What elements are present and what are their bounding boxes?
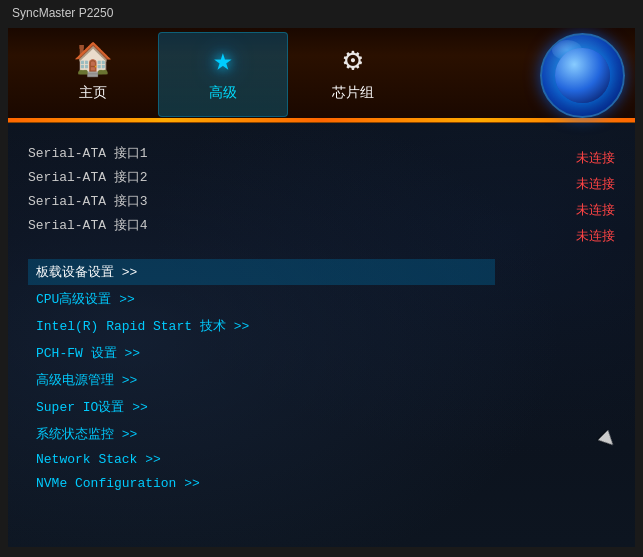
status-sata-1: 未连接 [576,146,615,170]
monitor-label: SyncMaster P2250 [12,6,113,20]
menu-item-nvme[interactable]: NVMe Configuration >> [28,472,495,495]
menu-item-network-stack[interactable]: Network Stack >> [28,448,495,471]
menu-item-onboard[interactable]: 板载设备设置 >> [28,259,495,285]
sata-item-2: Serial-ATA 接口2 [28,165,495,189]
gear-icon: ⚙ [343,46,362,78]
content-area: Serial-ATA 接口1 Serial-ATA 接口2 Serial-ATA… [8,126,635,547]
orb-inner [555,48,610,103]
menu-item-rapid-start[interactable]: Intel(R) Rapid Start 技术 >> [28,313,495,339]
status-sata-3: 未连接 [576,198,615,222]
tab-chipset[interactable]: ⚙ 芯片组 [288,32,418,117]
menu-item-super-io[interactable]: Super IO设置 >> [28,394,495,420]
sata-list: Serial-ATA 接口1 Serial-ATA 接口2 Serial-ATA… [28,141,495,237]
nav-orb [540,33,625,118]
menu-item-system-monitor[interactable]: 系统状态监控 >> [28,421,495,447]
tab-home-label: 主页 [79,84,107,102]
left-panel: Serial-ATA 接口1 Serial-ATA 接口2 Serial-ATA… [28,141,495,532]
tab-home[interactable]: 🏠 主页 [28,32,158,117]
sata-item-1: Serial-ATA 接口1 [28,141,495,165]
menu-list: 板载设备设置 >> CPU高级设置 >> Intel(R) Rapid Star… [28,259,495,495]
sata-item-3: Serial-ATA 接口3 [28,189,495,213]
menu-item-pch-fw[interactable]: PCH-FW 设置 >> [28,340,495,366]
star-icon: ★ [213,46,232,78]
monitor-frame: SyncMaster P2250 🏠 主页 ★ 高级 ⚙ 芯片组 [0,0,643,557]
menu-item-power[interactable]: 高级电源管理 >> [28,367,495,393]
screen: 🏠 主页 ★ 高级 ⚙ 芯片组 [8,28,635,547]
sata-item-4: Serial-ATA 接口4 [28,213,495,237]
status-sata-4: 未连接 [576,224,615,248]
sata-label-2: Serial-ATA 接口2 [28,168,148,186]
tab-chipset-label: 芯片组 [332,84,374,102]
sata-label-1: Serial-ATA 接口1 [28,144,148,162]
sata-label-4: Serial-ATA 接口4 [28,216,148,234]
right-panel: 未连接 未连接 未连接 未连接 [495,141,615,532]
nav-bar: 🏠 主页 ★ 高级 ⚙ 芯片组 [8,28,635,123]
tab-advanced-label: 高级 [209,84,237,102]
sata-label-3: Serial-ATA 接口3 [28,192,148,210]
home-icon: 🏠 [73,46,113,78]
menu-item-cpu[interactable]: CPU高级设置 >> [28,286,495,312]
status-sata-2: 未连接 [576,172,615,196]
tab-advanced[interactable]: ★ 高级 [158,32,288,117]
orb-outer [540,33,625,118]
